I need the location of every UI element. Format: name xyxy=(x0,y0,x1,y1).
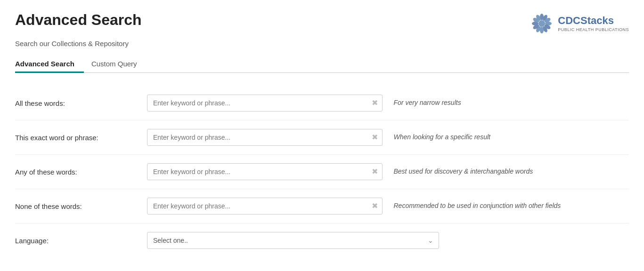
search-form: All these words: ✖ For very narrow resul… xyxy=(15,86,629,257)
tab-advanced-search[interactable]: Advanced Search xyxy=(15,55,84,72)
any-words-row: Any of these words: ✖ Best used for disc… xyxy=(15,155,629,189)
logo-text: CDC Stacks Public Health Publications xyxy=(558,15,629,32)
tabs-container: Advanced Search Custom Query xyxy=(15,55,629,73)
tab-custom-query[interactable]: Custom Query xyxy=(91,55,147,72)
title-section: Advanced Search xyxy=(15,11,142,29)
none-words-clear-icon[interactable]: ✖ xyxy=(372,202,378,210)
exact-phrase-clear-icon[interactable]: ✖ xyxy=(372,134,378,141)
any-words-input-wrapper: ✖ xyxy=(147,163,383,180)
any-words-clear-icon[interactable]: ✖ xyxy=(372,168,378,175)
any-words-hint: Best used for discovery & interchangable… xyxy=(394,167,629,176)
page-title: Advanced Search xyxy=(15,11,142,29)
exact-phrase-input[interactable] xyxy=(147,129,383,146)
exact-phrase-label: This exact word or phrase: xyxy=(15,134,147,142)
any-words-label: Any of these words: xyxy=(15,168,147,176)
exact-phrase-row: This exact word or phrase: ✖ When lookin… xyxy=(15,120,629,155)
logo-area: CDC Stacks Public Health Publications xyxy=(530,11,629,36)
exact-phrase-input-wrapper: ✖ xyxy=(147,129,383,146)
none-words-input-wrapper: ✖ xyxy=(147,198,383,215)
page-container: Advanced Search xyxy=(0,0,644,269)
none-words-hint: Recommended to be used in conjunction wi… xyxy=(394,201,629,211)
all-words-row: All these words: ✖ For very narrow resul… xyxy=(15,86,629,120)
logo-svg xyxy=(530,11,554,36)
any-words-input[interactable] xyxy=(147,163,383,180)
all-words-clear-icon[interactable]: ✖ xyxy=(372,99,378,107)
language-row: Language: Select one.. ⌄ xyxy=(15,223,629,257)
svg-point-0 xyxy=(538,20,545,27)
all-words-input-wrapper: ✖ xyxy=(147,95,383,112)
logo-cdc: CDC xyxy=(558,15,580,27)
none-words-label: None of these words: xyxy=(15,202,147,210)
language-select-wrapper: Select one.. ⌄ xyxy=(147,232,439,249)
exact-phrase-hint: When looking for a specific result xyxy=(394,133,629,142)
language-label: Language: xyxy=(15,237,147,245)
none-words-row: None of these words: ✖ Recommended to be… xyxy=(15,189,629,223)
cdc-logo-icon xyxy=(530,11,554,36)
language-select[interactable]: Select one.. xyxy=(147,232,439,249)
all-words-hint: For very narrow results xyxy=(394,98,629,108)
header-area: Advanced Search xyxy=(15,11,629,36)
page-subtitle: Search our Collections & Repository xyxy=(15,40,629,48)
logo-subtitle: Public Health Publications xyxy=(558,27,629,32)
none-words-input[interactable] xyxy=(147,198,383,215)
logo-stacks: Stacks xyxy=(580,15,614,27)
all-words-label: All these words: xyxy=(15,99,147,107)
all-words-input[interactable] xyxy=(147,95,383,112)
